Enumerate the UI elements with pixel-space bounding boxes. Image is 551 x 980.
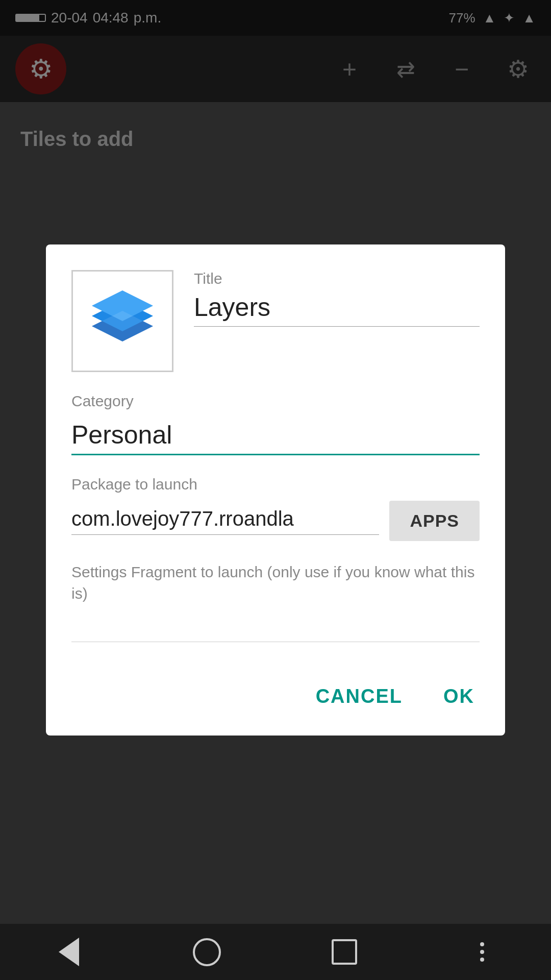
ok-button[interactable]: OK — [438, 678, 480, 715]
cancel-button[interactable]: CANCEL — [311, 678, 408, 715]
settings-label: Settings Fragment to launch (only use if… — [71, 561, 480, 604]
dialog-overlay: Title Category Package to launch APPS Se… — [0, 0, 551, 980]
category-section: Category — [71, 393, 480, 455]
package-row: APPS — [71, 501, 480, 541]
dialog: Title Category Package to launch APPS Se… — [46, 244, 505, 736]
title-label: Title — [194, 270, 480, 287]
recents-button[interactable] — [319, 932, 370, 972]
dialog-buttons: CANCEL OK — [71, 668, 480, 715]
package-section: Package to launch APPS — [71, 476, 480, 541]
recents-icon — [332, 939, 357, 965]
more-button[interactable] — [457, 932, 508, 972]
title-input[interactable] — [194, 292, 480, 327]
tile-icon-preview — [71, 270, 173, 372]
nav-bar — [0, 924, 551, 980]
package-input[interactable] — [71, 507, 379, 535]
apps-button[interactable]: APPS — [389, 501, 480, 541]
more-icon — [480, 942, 484, 962]
home-icon — [193, 938, 221, 966]
settings-section: Settings Fragment to launch (only use if… — [71, 561, 480, 642]
settings-input[interactable] — [71, 615, 480, 642]
back-button[interactable] — [43, 932, 94, 972]
package-label: Package to launch — [71, 476, 480, 493]
dialog-title-row: Title — [71, 270, 480, 372]
category-input[interactable] — [71, 415, 480, 455]
category-label: Category — [71, 393, 480, 410]
home-button[interactable] — [181, 932, 232, 972]
back-icon — [59, 938, 79, 966]
layers-icon — [82, 280, 163, 362]
title-section: Title — [194, 270, 480, 327]
